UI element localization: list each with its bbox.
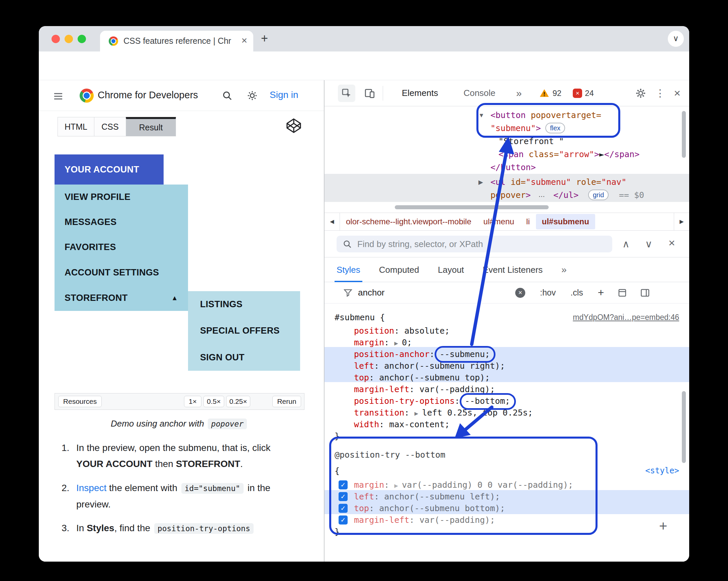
find-next-icon[interactable]: ∨ <box>645 238 652 250</box>
site-brand[interactable]: Chrome for Developers <box>98 90 198 101</box>
new-style-rule-icon[interactable]: + <box>598 286 604 299</box>
css-property-position-anchor[interactable]: position-anchor: --submenu; <box>354 348 490 360</box>
window-zoom-button[interactable] <box>78 35 86 43</box>
property-checkbox[interactable]: ✓ <box>339 480 347 490</box>
css-property[interactable]: margin: ▶ var(--padding) 0 0 var(--paddi… <box>354 479 573 491</box>
more-tabs-icon[interactable]: » <box>562 257 567 282</box>
tree-node-ul-end[interactable]: popover> <box>491 189 530 201</box>
tab-event-listeners[interactable]: Event Listeners <box>483 257 543 282</box>
hamburger-menu-icon[interactable] <box>53 91 63 102</box>
css-property[interactable]: width: max-content; <box>354 418 450 430</box>
css-property[interactable]: margin-left: var(--padding); <box>354 383 495 395</box>
error-icon[interactable]: × <box>573 89 582 98</box>
tree-node-span[interactable]: <span class="arrow">►</span> <box>498 148 639 161</box>
find-previous-icon[interactable]: ∧ <box>622 238 630 250</box>
horizontal-scrollbar[interactable] <box>395 205 549 209</box>
css-property[interactable]: transition: ▶ left 0.25s, top 0.25s; <box>354 407 533 419</box>
find-close-icon[interactable]: × <box>669 236 675 249</box>
property-checkbox[interactable]: ✓ <box>339 516 347 525</box>
css-property[interactable]: left: anchor(--submenu right); <box>354 360 505 372</box>
ellipsis-expand-button[interactable]: … <box>535 191 549 200</box>
flex-badge[interactable]: flex <box>545 123 565 133</box>
search-icon[interactable] <box>222 90 233 101</box>
breadcrumb-item[interactable]: olor-scheme--light.viewport--mobile <box>340 217 477 226</box>
codepen-icon[interactable] <box>286 118 302 134</box>
inspect-element-button[interactable] <box>338 85 355 102</box>
expand-arrow-icon[interactable]: ▶ <box>478 176 483 189</box>
devtools-close-icon[interactable]: × <box>674 87 680 100</box>
vertical-scrollbar[interactable] <box>682 111 686 158</box>
add-style-rule-button[interactable]: + <box>659 518 668 534</box>
window-close-button[interactable] <box>52 35 60 43</box>
tree-node-button-close[interactable]: </button> <box>491 161 536 174</box>
tab-computed[interactable]: Computed <box>379 257 419 282</box>
css-property[interactable]: left: anchor(--submenu left); <box>354 491 500 502</box>
css-property[interactable]: margin-left: var(--padding); <box>354 514 495 526</box>
style-source-link[interactable]: <style> <box>645 465 679 477</box>
tab-search-button[interactable]: ∨ <box>668 31 684 47</box>
warning-icon[interactable] <box>539 88 550 99</box>
resources-button[interactable]: Resources <box>58 396 102 407</box>
demo-menu-item-storefront[interactable]: STOREFRONT ▲ <box>55 285 188 311</box>
demo-your-account-button[interactable]: YOUR ACCOUNT <box>55 155 164 185</box>
tree-node-button-attr[interactable]: "submenu"> <box>491 122 541 135</box>
vertical-scrollbar[interactable] <box>682 391 686 463</box>
toggle-hover-state[interactable]: :hov <box>540 288 556 298</box>
devtools-kebab-icon[interactable]: ⋮ <box>655 87 665 99</box>
tab-css[interactable]: CSS <box>94 117 126 136</box>
tab-close-icon[interactable]: × <box>241 35 247 46</box>
expand-arrow-icon[interactable]: ▼ <box>478 109 485 122</box>
crumb-scroll-right-icon[interactable]: ▶ <box>674 213 689 231</box>
css-property[interactable]: top: anchor(--submenu bottom); <box>354 502 505 514</box>
theme-sun-icon[interactable] <box>247 90 258 101</box>
property-checkbox[interactable]: ✓ <box>339 504 347 513</box>
rerun-button[interactable]: Rerun <box>272 396 301 407</box>
tree-node-ul-open[interactable]: <ul id="submenu" role="nav" <box>491 176 626 189</box>
warning-count[interactable]: 92 <box>552 89 562 98</box>
device-toolbar-icon[interactable] <box>364 88 375 99</box>
tree-node-ul-close[interactable]: </ul> <box>553 189 578 201</box>
styles-filter-input[interactable] <box>358 287 515 298</box>
tab-console[interactable]: Console <box>463 88 495 98</box>
filter-clear-icon[interactable]: × <box>515 288 525 298</box>
scale-1x-button[interactable]: 1× <box>184 396 201 407</box>
crumb-scroll-left-icon[interactable]: ◀ <box>324 213 340 231</box>
property-checkbox[interactable]: ✓ <box>339 492 347 501</box>
settings-gear-icon[interactable] <box>635 88 646 99</box>
rule-selector[interactable]: #submenu { <box>335 311 385 323</box>
css-property[interactable]: margin: ▶ 0; <box>354 337 412 349</box>
tab-elements[interactable]: Elements <box>402 88 438 98</box>
window-minimize-button[interactable] <box>64 35 73 43</box>
find-input[interactable] <box>337 236 612 252</box>
rule-source-link[interactable]: mdYdpOM?ani…pe=embed:46 <box>573 313 679 322</box>
sign-in-link[interactable]: Sign in <box>270 90 307 100</box>
more-panels-icon[interactable]: » <box>516 88 522 99</box>
demo-submenu-item[interactable]: SPECIAL OFFERS <box>188 317 300 344</box>
demo-menu-item[interactable]: VIEW PROFILE <box>55 185 188 210</box>
tab-layout[interactable]: Layout <box>438 257 464 282</box>
tab-result[interactable]: Result <box>126 117 176 136</box>
demo-submenu-item[interactable]: LISTINGS <box>188 291 300 317</box>
scale-025x-button[interactable]: 0.25× <box>226 396 250 407</box>
new-tab-button[interactable]: + <box>261 31 268 46</box>
breadcrumb-item[interactable]: ul#menu <box>477 217 520 226</box>
breadcrumb-item[interactable]: li <box>520 217 536 226</box>
demo-menu-item[interactable]: ACCOUNT SETTINGS <box>55 260 188 285</box>
demo-submenu-item[interactable]: SIGN OUT <box>188 344 300 371</box>
browser-tab[interactable]: CSS features reference | Chr × <box>100 31 253 52</box>
toggle-class-editor[interactable]: .cls <box>570 288 583 298</box>
demo-menu-item[interactable]: MESSAGES <box>55 210 188 235</box>
grid-badge[interactable]: grid <box>588 190 608 200</box>
toggle-sidebar-icon[interactable] <box>640 288 650 298</box>
demo-menu-item[interactable]: FAVORITES <box>55 235 188 260</box>
tree-node-button-open[interactable]: <button popovertarget= <box>491 109 601 122</box>
tab-styles[interactable]: Styles <box>337 257 360 282</box>
tab-html[interactable]: HTML <box>57 117 94 136</box>
breadcrumb-item-selected[interactable]: ul#submenu <box>536 214 595 229</box>
position-try-header[interactable]: @position-try --bottom <box>335 449 445 461</box>
css-property[interactable]: top: anchor(--submenu top); <box>354 372 490 383</box>
scale-05x-button[interactable]: 0.5× <box>203 396 224 407</box>
error-count[interactable]: 24 <box>585 89 594 98</box>
css-property-position-try-options[interactable]: position-try-options: --bottom; <box>354 395 510 407</box>
css-property[interactable]: position: absolute; <box>354 325 450 337</box>
